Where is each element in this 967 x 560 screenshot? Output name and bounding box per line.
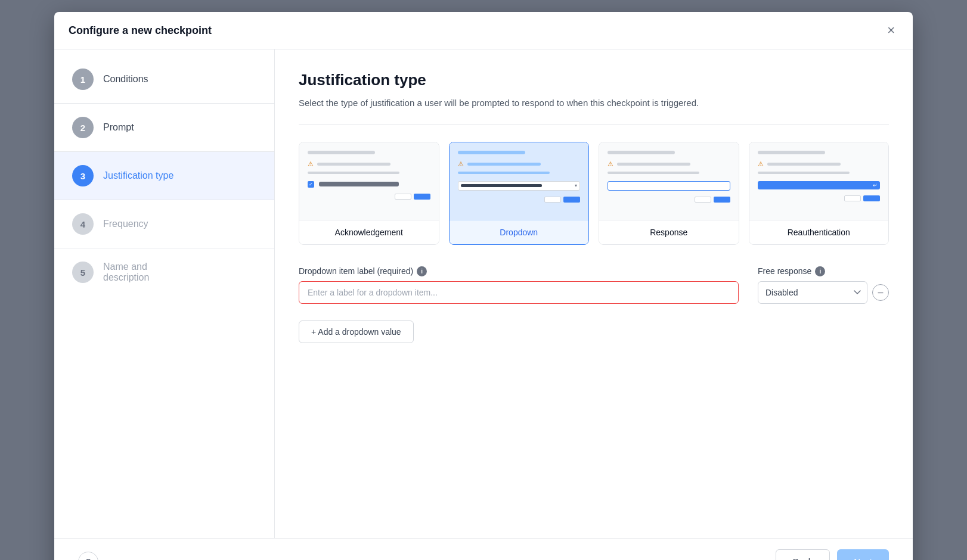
dropdown-label-input[interactable]	[299, 281, 739, 304]
free-response-select-row: Disabled Enabled –	[758, 281, 889, 304]
section-divider	[299, 125, 889, 125]
confirm-preview	[414, 194, 430, 200]
card-reauth-preview: ⚠ ↵	[749, 142, 889, 220]
page-title: Justification type	[299, 71, 889, 89]
free-response-info-icon[interactable]: i	[815, 266, 825, 276]
sidebar-item-conditions[interactable]: 1 Conditions	[54, 55, 274, 104]
sidebar: 1 Conditions 2 Prompt 3 Justification ty…	[54, 49, 275, 538]
add-dropdown-section: + Add a dropdown value	[299, 321, 889, 343]
dropdown-preview: ▾	[458, 181, 581, 191]
remove-button[interactable]: –	[872, 284, 889, 301]
checkbox-icon: ✓	[308, 181, 314, 188]
confirm-preview-response	[714, 197, 730, 203]
next-button[interactable]: Next	[837, 549, 889, 560]
dropdown-label-label: Dropdown item label (required) i	[299, 266, 739, 276]
card-dropdown-preview: ⚠ ▾	[450, 142, 589, 220]
sidebar-item-prompt[interactable]: 2 Prompt	[54, 104, 274, 152]
justification-type-cards: ⚠ ✓ Acknowledgement	[299, 142, 889, 245]
sidebar-label-conditions: Conditions	[103, 74, 148, 85]
confirm-preview-reauth	[863, 195, 880, 201]
modal: Configure a new checkpoint × 1 Condition…	[54, 12, 913, 560]
add-dropdown-value-button[interactable]: + Add a dropdown value	[299, 321, 414, 343]
form-area: Dropdown item label (required) i Free re…	[299, 266, 889, 304]
cancel-preview-dropdown	[544, 197, 561, 203]
card-acknowledgement[interactable]: ⚠ ✓ Acknowledgement	[299, 142, 439, 245]
footer-actions: Back Next	[776, 549, 889, 560]
back-button[interactable]: Back	[776, 549, 830, 560]
close-button[interactable]: ×	[884, 23, 898, 38]
cancel-preview	[395, 194, 411, 200]
sidebar-label-name: Name and description	[103, 262, 149, 283]
warning-icon-reauth: ⚠	[758, 160, 764, 168]
card-acknowledgement-label: Acknowledgement	[299, 220, 439, 244]
sidebar-item-justification[interactable]: 3 Justification type	[54, 152, 274, 200]
section-description: Select the type of justification a user …	[299, 97, 889, 110]
dropdown-label-info-icon[interactable]: i	[417, 266, 427, 276]
card-reauthentication[interactable]: ⚠ ↵ Reauth	[749, 142, 889, 245]
input-preview-response	[608, 181, 730, 191]
sidebar-item-name[interactable]: 5 Name and description	[54, 248, 274, 296]
sidebar-label-frequency: Frequency	[103, 219, 148, 229]
card-dropdown-label: Dropdown	[450, 220, 589, 244]
free-response-label: Free response i	[758, 266, 889, 276]
sidebar-label-justification: Justification type	[103, 170, 173, 181]
dropdown-label-field: Dropdown item label (required) i	[299, 266, 739, 304]
warning-icon-dropdown: ⚠	[458, 160, 464, 168]
cancel-preview-response	[695, 197, 711, 203]
help-button[interactable]: ?	[78, 552, 98, 561]
step-badge-3: 3	[72, 165, 94, 186]
card-response-label: Response	[599, 220, 739, 244]
warning-icon-response: ⚠	[608, 160, 613, 168]
card-reauthentication-label: Reauthentication	[749, 220, 889, 244]
step-badge-5: 5	[72, 262, 94, 283]
cancel-preview-reauth	[844, 195, 861, 201]
step-badge-2: 2	[72, 117, 94, 138]
modal-header: Configure a new checkpoint ×	[54, 12, 913, 49]
confirm-preview-dropdown	[563, 197, 580, 203]
modal-title: Configure a new checkpoint	[69, 24, 212, 37]
warning-icon: ⚠	[308, 160, 314, 168]
card-dropdown[interactable]: ⚠ ▾	[449, 142, 590, 245]
modal-footer: ? Back Next	[54, 538, 913, 560]
step-badge-1: 1	[72, 69, 94, 90]
sidebar-item-frequency[interactable]: 4 Frequency	[54, 200, 274, 248]
sidebar-label-prompt: Prompt	[103, 122, 134, 133]
main-content: Justification type Select the type of ju…	[275, 49, 913, 538]
step-badge-4: 4	[72, 213, 94, 235]
reauth-preview: ↵	[758, 181, 881, 189]
free-response-field: Free response i Disabled Enabled –	[758, 266, 889, 304]
card-response[interactable]: ⚠ Response	[599, 142, 739, 245]
card-response-preview: ⚠	[599, 142, 739, 220]
modal-body: 1 Conditions 2 Prompt 3 Justification ty…	[54, 49, 913, 538]
free-response-select[interactable]: Disabled Enabled	[758, 281, 867, 304]
card-acknowledgement-preview: ⚠ ✓	[299, 142, 439, 220]
